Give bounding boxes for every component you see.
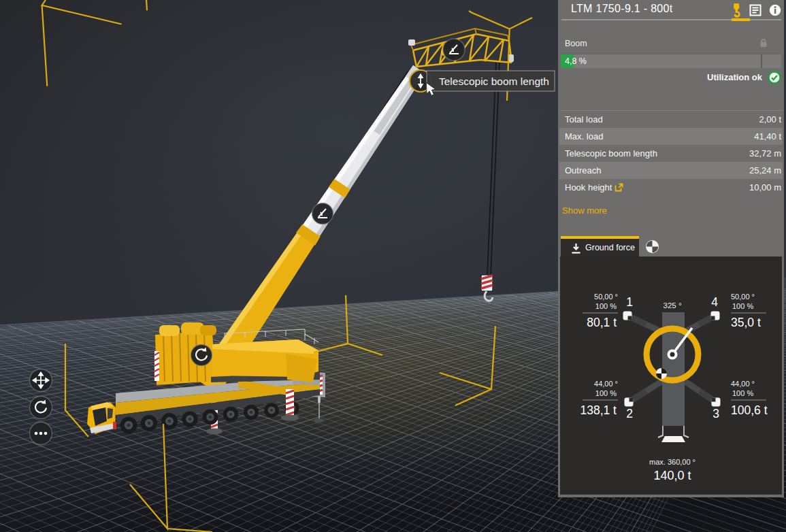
svg-text:80,1 t: 80,1 t xyxy=(587,316,617,329)
svg-text:44,00 °: 44,00 ° xyxy=(594,380,618,388)
svg-text:140,0 t: 140,0 t xyxy=(653,469,691,482)
svg-text:100 %: 100 % xyxy=(595,302,617,310)
svg-text:Telescopic boom length: Telescopic boom length xyxy=(439,76,549,87)
svg-text:4: 4 xyxy=(711,295,718,309)
svg-text:100,6 t: 100,6 t xyxy=(731,403,768,417)
svg-text:44,00 °: 44,00 ° xyxy=(731,380,755,388)
svg-text:100 %: 100 % xyxy=(732,389,753,397)
svg-text:50,00 °: 50,00 ° xyxy=(594,293,618,301)
svg-text:325 °: 325 ° xyxy=(664,301,682,310)
svg-text:138,1 t: 138,1 t xyxy=(580,403,617,417)
svg-text:35,0 t: 35,0 t xyxy=(731,316,761,329)
svg-text:2: 2 xyxy=(626,407,633,420)
svg-text:50,00 °: 50,00 ° xyxy=(731,293,755,301)
svg-text:1: 1 xyxy=(626,295,633,309)
svg-text:100 %: 100 % xyxy=(595,389,617,397)
svg-text:3: 3 xyxy=(713,407,719,420)
svg-text:max. 360,00 °: max. 360,00 ° xyxy=(649,458,695,466)
svg-text:100 %: 100 % xyxy=(732,302,753,310)
